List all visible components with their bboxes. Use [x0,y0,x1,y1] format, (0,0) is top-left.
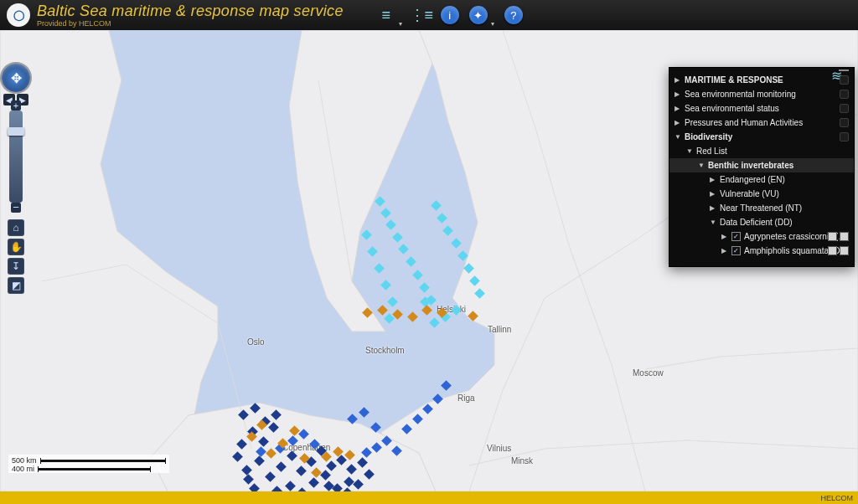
group-biodiversity[interactable]: ▼Biodiversity [669,130,854,144]
measure-tool-button[interactable]: ↧ [8,258,24,275]
title-block: Baltic Sea maritime & response map servi… [37,3,344,28]
group-benthic-invertebrates[interactable]: ▼Benthic invertebrates [669,158,854,172]
app-subtitle: Provided by HELCOM [37,19,344,28]
chevron-down-icon: ▾ [399,20,402,28]
scale-mi-label: 400 mi [12,465,34,473]
compass-icon[interactable]: ✥ [2,64,30,92]
group-pressures[interactable]: ▶Pressures and Human Activities [669,116,854,130]
scale-km-label: 500 km [12,456,37,465]
zoom-thumb[interactable] [8,127,24,136]
chevron-down-icon: ▾ [491,20,494,28]
map-canvas[interactable]: OsloStockholmHelsinkiTallinnRigaVilniusM… [0,30,858,491]
checkbox-icon[interactable]: ✓ [731,232,741,241]
legend-icon[interactable]: ⋮≡ [412,6,431,24]
help-button[interactable]: ? [504,6,523,24]
group-redlist[interactable]: ▼Red List [669,144,854,158]
header-toolbar: ≡▾ ⋮≡ i ✦▾ ? [377,6,523,24]
pan-tool-button[interactable]: ✋ [8,239,24,255]
select-tool-button[interactable]: ◩ [8,277,24,294]
layer-amphipholis[interactable]: ▶✓ Amphipholis squamata (DD) [669,244,854,258]
layer-info-icon[interactable] [840,246,849,255]
layer-info-icon[interactable] [840,232,849,241]
group-endangered[interactable]: ▶Endangered (EN) [669,172,854,187]
nav-tools: ✥ ◀ ▶ ⌂ ✋ ↧ ◩ [2,64,30,294]
info-button[interactable]: i [441,6,459,24]
layers-icon[interactable]: ≡ [377,6,395,24]
logo-icon: ◯ [7,3,30,27]
settings-button[interactable]: ✦ [469,6,488,24]
scale-bar: 500 km 400 mi [8,455,169,473]
footer-bar: HELCOM [0,491,858,504]
checkbox-icon[interactable]: ✓ [731,246,741,255]
footer-credit: HELCOM [820,494,853,502]
zoom-slider[interactable] [9,111,23,203]
panel-minimize-button[interactable] [839,69,849,71]
layer-symbol-icon[interactable] [828,246,837,255]
group-status[interactable]: ▶Sea environmental status [669,101,854,116]
group-maritime[interactable]: ▶MARITIME & RESPONSE [669,73,854,87]
group-vulnerable[interactable]: ▶Vulnerable (VU) [669,187,854,201]
home-extent-button[interactable]: ⌂ [8,219,24,236]
group-data-deficient[interactable]: ▼Data Deficient (DD) [669,215,854,229]
layer-symbol-icon[interactable] [828,232,837,241]
app-header: ◯ Baltic Sea maritime & response map ser… [0,0,858,30]
layer-panel: ≋ ▶MARITIME & RESPONSE ▶Sea environmenta… [669,67,855,267]
group-near-threatened[interactable]: ▶Near Threatened (NT) [669,201,854,215]
app-title: Baltic Sea maritime & response map servi… [37,3,344,20]
layer-agrypnetes[interactable]: ▶✓ Agrypnetes crassicornis (DD) [669,229,854,244]
group-monitoring[interactable]: ▶Sea environmental monitoring [669,87,854,101]
